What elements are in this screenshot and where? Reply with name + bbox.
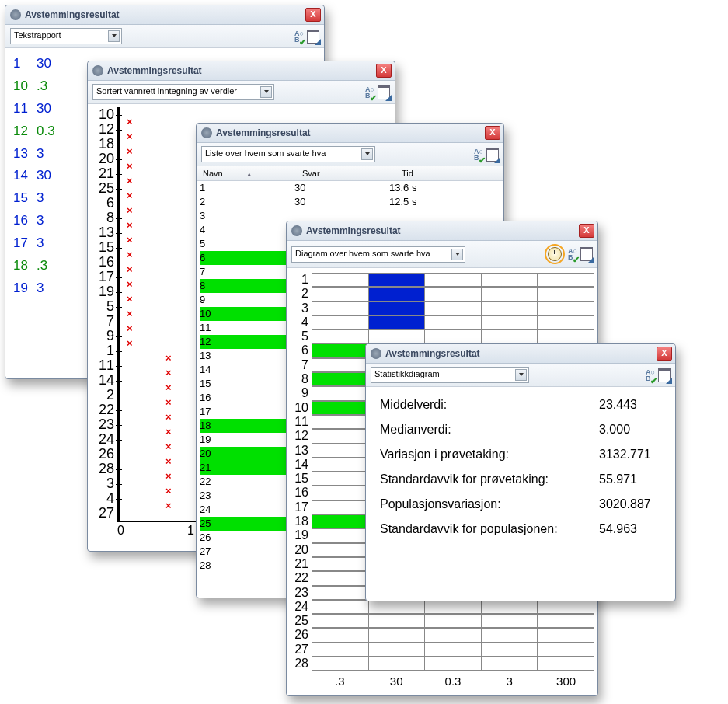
maximize-icon[interactable] — [378, 85, 390, 99]
bar-cell — [538, 329, 594, 343]
close-icon[interactable]: X — [579, 224, 594, 238]
row-label: 7 — [290, 358, 312, 372]
row-label: 16 — [94, 254, 114, 270]
bar-cell — [369, 600, 426, 614]
titlebar[interactable]: Avstemmingsresultat X — [366, 344, 675, 364]
toolbar: Sortert vannrett inntegning av verdier A… — [88, 81, 395, 104]
cell-navn: 3 — [200, 209, 294, 223]
col-svar[interactable]: Svar — [299, 168, 399, 179]
ab-check-icon[interactable]: A○B✔ — [646, 369, 655, 382]
x-mark-icon: × — [165, 382, 172, 393]
row-label: 12 — [94, 121, 114, 138]
row-label: 6 — [94, 195, 114, 211]
cell-navn: 26 — [200, 531, 294, 545]
bar-cell — [312, 500, 369, 514]
ab-check-icon[interactable]: A○B✔ — [294, 30, 304, 43]
x-mark-icon: × — [127, 219, 133, 231]
bar-cell — [312, 301, 369, 315]
row-label: 2 — [94, 387, 114, 403]
y-axis — [117, 417, 120, 432]
bar-cell — [312, 415, 369, 429]
x-mark-icon: × — [127, 190, 133, 201]
cell-navn: 20 — [200, 447, 294, 461]
maximize-icon[interactable] — [486, 148, 499, 162]
ab-check-icon[interactable]: A○B✔ — [474, 148, 483, 161]
maximize-icon[interactable] — [658, 368, 671, 382]
view-select[interactable]: Diagram over hvem som svarte hva — [291, 246, 465, 263]
col-tid[interactable]: Tid — [399, 168, 500, 179]
bar-track — [312, 600, 594, 614]
bar-cell — [312, 343, 369, 357]
bar-track — [312, 643, 594, 657]
titlebar[interactable]: Avstemmingsresultat X — [197, 124, 503, 143]
close-icon[interactable]: X — [485, 126, 500, 140]
view-select[interactable]: Tekstrapport — [10, 28, 122, 44]
cell-tid: 13.6 s — [389, 181, 500, 195]
bar-cell — [369, 657, 426, 671]
y-axis — [117, 122, 120, 137]
bar-row: 2 — [290, 287, 594, 301]
ab-check-icon[interactable]: A○B✔ — [365, 86, 374, 99]
y-axis — [117, 137, 120, 152]
bar-cell — [312, 543, 369, 557]
maximize-icon[interactable] — [580, 247, 593, 261]
row-value: .3 — [37, 75, 68, 98]
close-icon[interactable]: X — [657, 347, 672, 361]
bar-cell — [312, 287, 369, 301]
bar-cell — [312, 514, 369, 528]
row-label: 22 — [94, 402, 114, 418]
y-axis — [117, 343, 120, 358]
row-label: 1 — [290, 273, 312, 287]
col-navn[interactable]: Navn▲ — [200, 168, 299, 179]
cell-navn: 18 — [200, 419, 294, 433]
titlebar[interactable]: Avstemmingsresultat X — [287, 221, 597, 241]
bar-track — [312, 273, 594, 287]
row-id: 18 — [13, 255, 37, 277]
list-row[interactable]: 23012.5 s — [200, 195, 500, 209]
window-title: Avstemmingsresultat — [306, 225, 579, 236]
row-label: 9 — [94, 328, 114, 344]
row-label: 21 — [290, 557, 312, 571]
cell-navn: 27 — [200, 545, 294, 559]
row-label: 4 — [290, 315, 312, 329]
cell-navn: 21 — [200, 461, 294, 475]
toolbar: Diagram over hvem som svarte hva A○B✔ — [287, 241, 597, 268]
y-axis — [117, 270, 120, 284]
row-label: 20 — [94, 151, 114, 167]
row-id: 14 — [13, 165, 37, 187]
app-icon — [201, 127, 212, 138]
bar-cell — [482, 273, 538, 287]
row-value: 30 — [37, 98, 68, 120]
bar-cell — [482, 643, 538, 657]
stat-row: Middelverdi:23.443 — [380, 398, 661, 412]
maximize-icon[interactable] — [307, 30, 319, 44]
titlebar[interactable]: Avstemmingsresultat X — [5, 5, 324, 25]
ab-check-icon[interactable]: A○B✔ — [568, 248, 577, 260]
row-id: 12 — [13, 120, 37, 143]
cell-navn: 11 — [200, 321, 294, 335]
sort-asc-icon: ▲ — [246, 171, 253, 178]
view-select[interactable]: Sortert vannrett inntegning av verdier — [92, 84, 274, 100]
view-select[interactable]: Liste over hvem som svarte hva — [201, 146, 375, 162]
titlebar[interactable]: Avstemmingsresultat X — [88, 61, 395, 81]
app-icon — [10, 9, 21, 20]
row-id: 19 — [13, 277, 37, 300]
bar-cell — [538, 643, 594, 657]
row-value: 3 — [37, 187, 68, 210]
cell-navn: 5 — [200, 237, 294, 251]
row-value: 3 — [37, 143, 68, 166]
row-label: 10 — [290, 401, 312, 415]
clock-icon[interactable] — [548, 247, 562, 261]
list-row[interactable]: 13013.6 s — [200, 181, 500, 195]
y-axis — [117, 314, 120, 329]
stat-value: 3132.771 — [599, 448, 661, 462]
bar-cell — [482, 287, 538, 301]
close-icon[interactable]: X — [305, 8, 321, 22]
close-icon[interactable]: X — [376, 64, 392, 78]
y-axis — [117, 240, 120, 255]
x-mark-icon: × — [127, 131, 133, 142]
view-select[interactable]: Statistikkdiagram — [371, 367, 529, 383]
bar-cell — [482, 315, 538, 329]
bar-cell — [312, 486, 369, 500]
bar-cell — [369, 315, 426, 329]
